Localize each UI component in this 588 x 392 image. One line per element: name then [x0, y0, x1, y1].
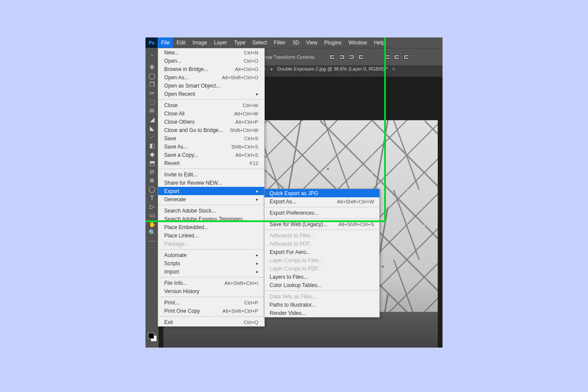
menu-filter[interactable]: Filter — [270, 37, 289, 48]
menu-bar: Ps FileEditImageLayerTypeSelectFilter3DV… — [145, 37, 443, 48]
tool-10-icon[interactable]: ◆ — [148, 150, 156, 159]
menu-3d[interactable]: 3D — [289, 37, 302, 48]
menu-item-search-adobe-stock[interactable]: Search Adobe Stock... — [158, 206, 264, 215]
menu-item-close-all[interactable]: Close AllAlt+Ctrl+W — [158, 109, 264, 118]
tool-20-icon[interactable]: ⋯ — [148, 237, 156, 246]
tab-bullet-icon: ● — [270, 67, 273, 71]
tool-3-icon[interactable]: ✂ — [148, 89, 156, 98]
menu-edit[interactable]: Edit — [173, 37, 189, 48]
menu-item-print[interactable]: Print...Ctrl+P — [158, 298, 264, 307]
menu-item-artboards-to-files: Artboards to Files... — [264, 231, 379, 240]
menu-item-export-for-aero[interactable]: Export For Aero... — [264, 248, 379, 256]
tool-8-icon[interactable]: ⟋ — [148, 132, 156, 141]
show-transform-label[interactable]: Show Transform Controls — [260, 54, 314, 60]
menu-item-layers-to-files[interactable]: Layers to Files... — [264, 273, 379, 281]
foreground-color-swatch[interactable] — [148, 333, 154, 339]
menu-item-paths-to-illustrator[interactable]: Paths to Illustrator... — [264, 301, 379, 309]
menu-item-open-as-smart-object[interactable]: Open as Smart Object... — [158, 81, 264, 90]
distribute-3-icon[interactable] — [402, 53, 410, 61]
distribute-1-icon[interactable] — [383, 53, 391, 61]
menu-select[interactable]: Select — [249, 37, 270, 48]
menu-item-invite-to-edit[interactable]: Invite to Edit... — [158, 170, 264, 179]
menu-separator — [265, 207, 379, 207]
tool-16-icon[interactable]: ▷ — [148, 202, 156, 211]
menu-item-share-for-review-new[interactable]: Share for Review NEW... — [158, 179, 264, 187]
tool-1-icon[interactable]: ◯ — [148, 71, 156, 80]
menu-image[interactable]: Image — [189, 37, 210, 48]
distribute-group — [383, 53, 410, 61]
document-tab-title[interactable]: Double Exposure-2.jpg @ 38.6% (Layer 0, … — [277, 66, 388, 71]
menu-item-close-others[interactable]: Close OthersAlt+Ctrl+P — [158, 118, 264, 126]
tool-18-icon[interactable]: ✋ — [148, 220, 156, 228]
menu-separator — [265, 218, 379, 219]
tool-15-icon[interactable]: T — [148, 193, 156, 202]
menu-window[interactable]: Window — [345, 37, 371, 48]
menu-item-open[interactable]: Open...Ctrl+O — [158, 57, 264, 65]
menu-item-save-for-web-legacy[interactable]: Save for Web (Legacy)...Alt+Shift+Ctrl+S — [264, 220, 379, 228]
menu-item-export[interactable]: Export▸ — [158, 187, 264, 195]
align-center-icon[interactable] — [338, 53, 346, 61]
menu-item-close[interactable]: CloseCtrl+W — [158, 101, 264, 109]
menu-item-exit[interactable]: ExitCtrl+Q — [158, 318, 264, 326]
tool-2-icon[interactable]: ❐ — [148, 80, 156, 89]
menu-item-layer-comps-to-pdf: Layer Comps to PDF... — [264, 264, 379, 273]
distribute-2-icon[interactable] — [393, 53, 401, 61]
menu-separator — [159, 205, 264, 205]
align-top-icon[interactable] — [357, 53, 365, 61]
tool-13-icon[interactable]: ⊕ — [148, 176, 156, 185]
tool-12-icon[interactable]: ⊘ — [148, 167, 156, 176]
menu-view[interactable]: View — [303, 37, 321, 48]
menu-item-quick-export-as-jpg[interactable]: Quick Export as JPG — [264, 189, 379, 197]
menu-item-file-info[interactable]: File Info...Alt+Shift+Ctrl+I — [158, 279, 264, 287]
menu-help[interactable]: Help — [371, 37, 389, 48]
menu-item-open-recent[interactable]: Open Recent▸ — [158, 90, 264, 98]
menu-item-save[interactable]: SaveCtrl+S — [158, 134, 264, 142]
tool-17-icon[interactable]: ▭ — [148, 211, 156, 220]
tools-panel: » ✥◯❐✂⬚✉◢◣⟋◧◆⬒⊘⊕◯T▷▭✋🔍⋯ — [145, 48, 159, 348]
menu-item-browse-in-bridge[interactable]: Browse in Bridge...Alt+Ctrl+O — [158, 65, 264, 73]
menu-item-layer-comps-to-files: Layer Comps to Files... — [264, 256, 379, 264]
export-submenu: Quick Export as JPGExport As...Alt+Shift… — [264, 189, 380, 318]
menu-item-color-lookup-tables[interactable]: Color Lookup Tables... — [264, 281, 379, 289]
tab-close-icon[interactable]: × — [392, 66, 395, 71]
align-right-icon[interactable] — [348, 53, 355, 61]
menu-item-export-as[interactable]: Export As...Alt+Shift+Ctrl+W — [264, 197, 379, 206]
tool-19-icon[interactable]: 🔍 — [148, 228, 156, 237]
menu-item-scripts[interactable]: Scripts▸ — [158, 259, 264, 267]
menu-item-search-adobe-express-templates[interactable]: Search Adobe Express Templates... — [158, 215, 264, 223]
menu-item-generate[interactable]: Generate▸ — [158, 195, 264, 203]
menu-item-open-as[interactable]: Open As...Alt+Shift+Ctrl+O — [158, 73, 264, 81]
menu-item-automate[interactable]: Automate▸ — [158, 251, 264, 259]
menu-item-version-history[interactable]: Version History — [158, 287, 264, 295]
align-left-icon[interactable] — [328, 53, 336, 61]
menu-plugins[interactable]: Plugins — [321, 37, 345, 48]
menu-item-place-linked[interactable]: Place Linked... — [158, 231, 264, 240]
tool-9-icon[interactable]: ◧ — [148, 141, 156, 150]
tool-4-icon[interactable]: ⬚ — [148, 98, 156, 106]
menu-item-save-as[interactable]: Save As...Shift+Ctrl+S — [158, 142, 264, 151]
menu-separator — [159, 277, 264, 277]
menu-item-new[interactable]: New...Ctrl+N — [158, 48, 264, 57]
menu-file[interactable]: File — [158, 37, 173, 48]
menu-item-print-one-copy[interactable]: Print One CopyAlt+Shift+Ctrl+P — [158, 307, 264, 315]
tool-11-icon[interactable]: ⬒ — [148, 159, 156, 167]
menu-item-render-video[interactable]: Render Video... — [264, 309, 379, 317]
photoshop-window: Ps FileEditImageLayerTypeSelectFilter3DV… — [145, 37, 443, 348]
menu-item-close-and-go-to-bridge[interactable]: Close and Go to Bridge...Shift+Ctrl+W — [158, 126, 264, 134]
menu-type[interactable]: Type — [230, 37, 249, 48]
tool-7-icon[interactable]: ◣ — [148, 124, 156, 132]
tool-14-icon[interactable]: ◯ — [148, 185, 156, 193]
menu-item-import[interactable]: Import▸ — [158, 267, 264, 276]
menu-layer[interactable]: Layer — [210, 37, 230, 48]
menu-item-place-embedded[interactable]: Place Embedded... — [158, 223, 264, 231]
file-menu-dropdown: New...Ctrl+NOpen...Ctrl+OBrowse in Bridg… — [158, 48, 265, 327]
menu-item-revert[interactable]: RevertF12 — [158, 159, 264, 167]
menu-separator — [159, 316, 264, 317]
menu-item-export-preferences[interactable]: Export Preferences... — [264, 209, 379, 217]
tool-5-icon[interactable]: ✉ — [148, 106, 156, 115]
foreground-background-swatch[interactable] — [148, 333, 157, 341]
expand-tools-icon[interactable]: » — [148, 51, 156, 59]
tool-0-icon[interactable]: ✥ — [148, 63, 156, 71]
menu-item-save-a-copy[interactable]: Save a Copy...Alt+Ctrl+S — [158, 151, 264, 159]
tool-6-icon[interactable]: ◢ — [148, 115, 156, 124]
